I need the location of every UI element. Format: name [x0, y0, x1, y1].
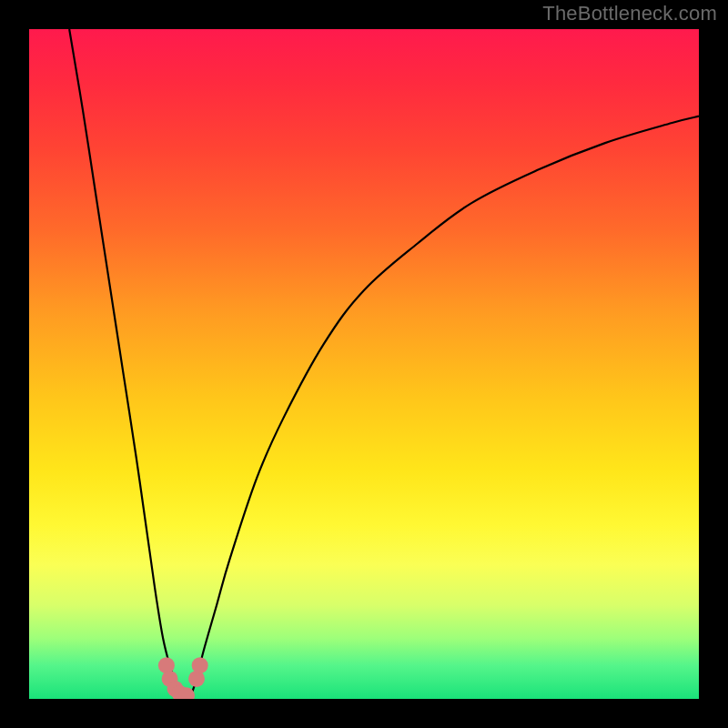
curve-left-branch: [69, 29, 183, 699]
data-point: [178, 687, 195, 703]
outer-frame: TheBottleneck.com: [0, 0, 728, 728]
curve-right-branch: [190, 116, 699, 699]
data-point: [192, 657, 208, 673]
watermark-text: TheBottleneck.com: [542, 2, 717, 25]
chart-svg: [0, 0, 728, 728]
